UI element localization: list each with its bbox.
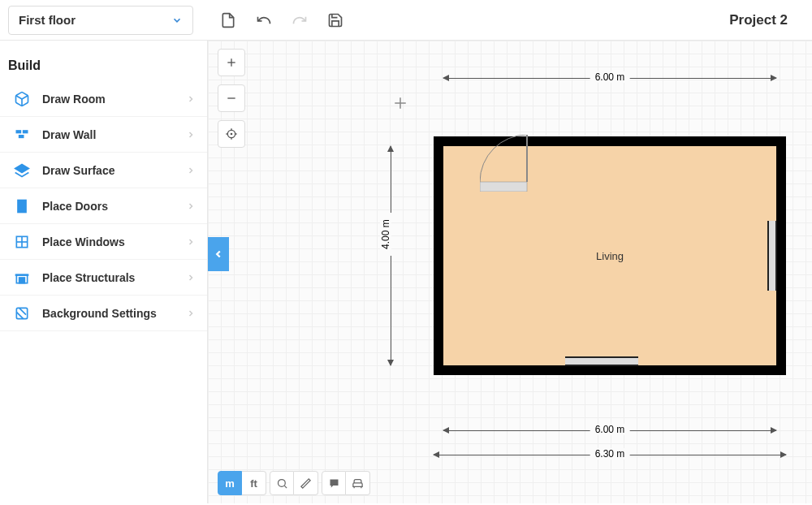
save-icon[interactable] [326, 11, 344, 29]
svg-rect-3 [19, 135, 24, 138]
window-right[interactable] [767, 221, 777, 291]
window-icon [13, 233, 31, 251]
sidebar-item-label: Place Windows [42, 235, 125, 248]
dimension-left-label: 4.00 m [380, 213, 391, 256]
new-file-icon[interactable] [219, 11, 237, 29]
zoom-in-button[interactable] [218, 49, 245, 76]
sidebar-item-label: Draw Wall [42, 128, 96, 141]
door-icon [13, 197, 31, 215]
topbar: First floor Project 2 [0, 0, 812, 41]
svg-rect-2 [23, 130, 28, 133]
chevron-right-icon [186, 201, 196, 211]
recenter-button[interactable] [218, 120, 245, 148]
door[interactable] [480, 135, 537, 192]
chevron-left-icon [213, 248, 224, 260]
sidebar-item-draw-surface[interactable]: Draw Surface [0, 153, 207, 188]
measure-tool-icon[interactable] [294, 471, 318, 495]
wall-left[interactable] [434, 136, 443, 375]
svg-marker-4 [15, 164, 29, 172]
canvas[interactable]: 6.00 m 4.00 m Living 6.00 m [208, 41, 812, 503]
sidebar-item-label: Draw Surface [42, 164, 114, 177]
redo-icon [291, 11, 309, 29]
floor-select[interactable]: First floor [8, 6, 193, 35]
chevron-right-icon [186, 130, 196, 140]
floor-select-label: First floor [19, 13, 76, 27]
dimension-top: 6.00 m [443, 78, 776, 79]
wall-bottom[interactable] [434, 365, 786, 375]
furniture-tool-icon[interactable] [346, 471, 370, 495]
svg-line-28 [284, 486, 287, 488]
zoom-tool-icon[interactable] [270, 471, 294, 495]
page-title: Project 2 [729, 12, 788, 28]
sidebar-item-draw-room[interactable]: Draw Room [0, 81, 207, 117]
comment-tool-icon[interactable] [322, 471, 346, 495]
unit-feet-button[interactable]: ft [242, 471, 266, 495]
undo-icon[interactable] [255, 11, 273, 29]
svg-point-6 [23, 205, 24, 207]
chevron-right-icon [186, 273, 196, 283]
sidebar-item-place-structurals[interactable]: Place Structurals [0, 260, 207, 296]
sidebar-item-label: Place Doors [42, 200, 108, 213]
map-controls [218, 49, 245, 148]
sidebar: Build Draw Room Draw Wall Draw Surface [0, 41, 208, 503]
room-label: Living [596, 250, 624, 262]
chevron-right-icon [186, 237, 196, 247]
sidebar-item-label: Place Structurals [42, 271, 135, 284]
chevron-right-icon [186, 166, 196, 175]
crosshair-cursor [393, 96, 408, 114]
window-bottom[interactable] [565, 356, 638, 366]
sidebar-item-place-windows[interactable]: Place Windows [0, 224, 207, 260]
sidebar-item-place-doors[interactable]: Place Doors [0, 188, 207, 224]
structural-icon [13, 269, 31, 287]
chevron-right-icon [186, 94, 196, 104]
wall-right[interactable] [776, 136, 786, 375]
sidebar-item-label: Draw Room [42, 93, 106, 106]
sidebar-item-label: Background Settings [42, 307, 157, 320]
svg-point-27 [278, 479, 285, 486]
dimension-bottom-inner: 6.00 m [443, 430, 776, 431]
unit-meters-button[interactable]: m [218, 471, 242, 495]
svg-point-18 [231, 133, 231, 134]
wall-icon [13, 126, 31, 144]
bottom-toolbar: m ft [218, 471, 374, 495]
zoom-out-button[interactable] [218, 84, 245, 112]
sidebar-item-background-settings[interactable]: Background Settings [0, 296, 207, 331]
sidebar-item-draw-wall[interactable]: Draw Wall [0, 117, 207, 153]
chevron-down-icon [171, 15, 183, 26]
chevron-right-icon [186, 309, 196, 318]
dimension-left: 4.00 m [391, 146, 391, 365]
surface-icon [13, 162, 31, 179]
sidebar-heading: Build [0, 41, 207, 81]
dimension-bottom-inner-label: 6.00 m [590, 424, 630, 435]
cube-icon [13, 90, 31, 108]
svg-rect-1 [16, 130, 22, 133]
settings-icon [13, 304, 31, 322]
collapse-sidebar-button[interactable] [208, 237, 229, 271]
svg-rect-11 [19, 278, 25, 283]
dimension-bottom-outer: 6.30 m [434, 455, 786, 455]
svg-rect-26 [480, 182, 527, 192]
dimension-bottom-outer-label: 6.30 m [590, 448, 630, 460]
dimension-top-label: 6.00 m [590, 71, 630, 83]
top-icons [219, 11, 344, 29]
